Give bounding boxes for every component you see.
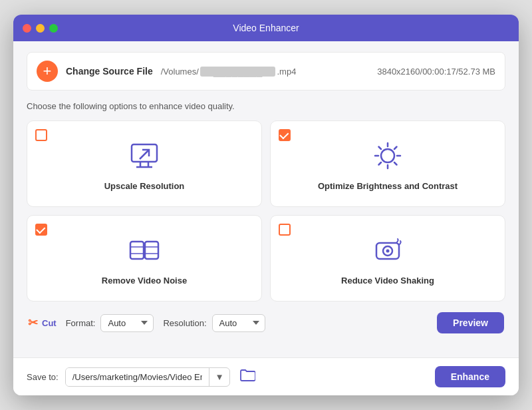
add-source-button[interactable]: +	[37, 61, 58, 82]
save-to-label: Save to:	[27, 372, 59, 382]
svg-rect-15	[145, 242, 158, 259]
shaking-label: Reduce Video Shaking	[341, 276, 434, 286]
toolbar: ✂ Cut Format: Auto MP4 MOV AVI MKV Resol…	[27, 312, 505, 333]
svg-point-5	[381, 149, 394, 162]
save-path-container: ▼	[65, 367, 230, 387]
svg-rect-0	[132, 144, 157, 162]
svg-line-4	[140, 150, 149, 159]
svg-line-11	[394, 162, 397, 165]
upscale-icon	[126, 137, 163, 174]
format-select[interactable]: Auto MP4 MOV AVI MKV	[100, 314, 154, 332]
noise-label: Remove Video Noise	[102, 276, 187, 286]
svg-line-10	[379, 146, 382, 149]
cut-label: Cut	[42, 318, 57, 328]
close-button[interactable]	[23, 24, 31, 33]
svg-point-23	[386, 249, 390, 252]
format-group: Format: Auto MP4 MOV AVI MKV	[66, 314, 154, 332]
option-noise: Remove Video Noise	[27, 215, 262, 302]
option-brightness: Optimize Brightness and Contrast	[270, 120, 505, 207]
upscale-label: Upscale Resolution	[104, 181, 185, 191]
resolution-label: Resolution:	[163, 318, 206, 328]
shaking-icon	[369, 232, 406, 269]
svg-line-13	[379, 162, 382, 165]
source-info: 3840x2160/00:00:17/52.73 MB	[377, 67, 495, 77]
format-label: Format:	[66, 318, 96, 328]
minimize-button[interactable]	[36, 24, 45, 33]
noise-icon	[126, 232, 163, 269]
option-upscale: Upscale Resolution	[27, 120, 262, 207]
source-bar: + Change Source File /Volumes/████████.m…	[27, 52, 505, 91]
app-window: Video Enhancer + Change Source File /Vol…	[13, 15, 519, 395]
resolution-group: Resolution: Auto 720p 1080p 4K	[163, 314, 265, 332]
source-path: /Volumes/████████.mp4	[161, 67, 369, 77]
cut-button[interactable]: ✂ Cut	[28, 315, 57, 330]
bottom-bar: Save to: ▼ Enhance	[13, 357, 519, 395]
scissors-icon: ✂	[28, 315, 38, 330]
shaking-checkbox[interactable]	[279, 224, 291, 236]
preview-button[interactable]: Preview	[437, 312, 504, 333]
brightness-icon	[369, 137, 406, 174]
options-grid: Upscale Resolution	[27, 120, 505, 302]
svg-line-12	[394, 146, 397, 149]
main-content: + Change Source File /Volumes/████████.m…	[13, 41, 519, 357]
brightness-label: Optimize Brightness and Contrast	[318, 181, 458, 191]
instructions-text: Choose the following options to enhance …	[27, 101, 505, 111]
change-source-label: Change Source File	[66, 66, 153, 77]
traffic-lights	[23, 24, 58, 33]
maximize-button[interactable]	[49, 24, 58, 33]
upscale-checkbox[interactable]	[35, 129, 47, 141]
svg-rect-14	[130, 242, 144, 259]
folder-button[interactable]	[237, 369, 258, 385]
save-path-dropdown[interactable]: ▼	[209, 368, 229, 386]
noise-checkbox[interactable]	[35, 224, 47, 236]
window-title: Video Enhancer	[233, 23, 299, 33]
enhance-button[interactable]: Enhance	[435, 366, 505, 387]
brightness-checkbox[interactable]	[279, 129, 291, 141]
option-shaking: Reduce Video Shaking	[270, 215, 505, 302]
titlebar: Video Enhancer	[13, 15, 519, 41]
save-path-input[interactable]	[66, 368, 209, 386]
resolution-select[interactable]: Auto 720p 1080p 4K	[212, 314, 265, 332]
